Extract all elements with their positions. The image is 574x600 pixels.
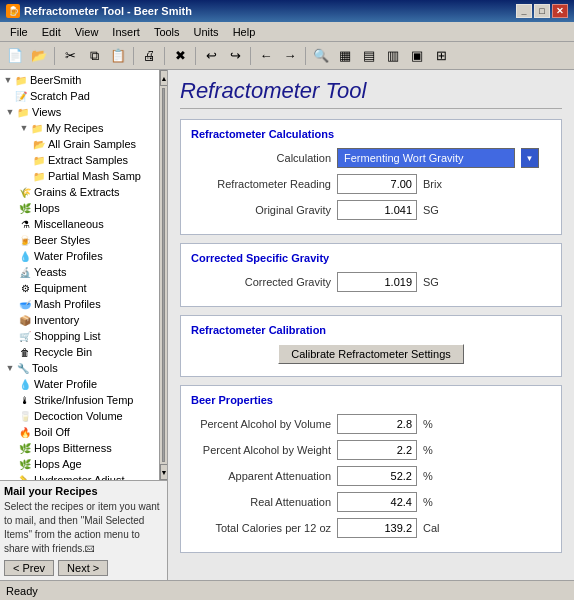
sidebar-scroll-wrapper: ▼ 📁 BeerSmith 📝 Scratch Pad ▼ 📁 Views [0,70,167,480]
toolbar-search[interactable]: 🔍 [310,45,332,67]
sidebar-item-boiloff[interactable]: 🔥 Boil Off [0,424,159,440]
sidebar-label-beersmith: BeerSmith [30,74,81,86]
boiloff-icon: 🔥 [18,425,32,439]
sidebar-item-inventory[interactable]: 📦 Inventory [0,312,159,328]
toolbar-delete[interactable]: ✖ [169,45,191,67]
sidebar-item-hops[interactable]: 🌿 Hops [0,200,159,216]
menu-edit[interactable]: Edit [36,24,67,40]
window-title-area: 🍺 Refractometer Tool - Beer Smith [6,4,192,18]
original-gravity-row: Original Gravity SG [191,200,551,220]
abv-label: Percent Alcohol by Volume [191,418,331,430]
toolbar-report3[interactable]: ▥ [382,45,404,67]
sidebar-item-tools[interactable]: ▼ 🔧 Tools [0,360,159,376]
toolbar-paste[interactable]: 📋 [107,45,129,67]
app-icon: 🍺 [6,4,20,18]
abw-label: Percent Alcohol by Weight [191,444,331,456]
toolbar-cut[interactable]: ✂ [59,45,81,67]
sidebar-label-equipment: Equipment [34,282,87,294]
calculation-select-display[interactable]: Fermenting Wort Gravity [337,148,515,168]
sidebar-label-inventory: Inventory [34,314,79,326]
real-attenuation-input[interactable] [337,492,417,512]
sidebar-item-strike[interactable]: 🌡 Strike/Infusion Temp [0,392,159,408]
recipes-icon: 📁 [30,121,44,135]
calibrate-button[interactable]: Calibrate Refractometer Settings [278,344,464,364]
toolbar-forward[interactable]: → [279,45,301,67]
sidebar-label-mashprofiles: Mash Profiles [34,298,101,310]
sidebar-item-scratchpad[interactable]: 📝 Scratch Pad [0,88,159,104]
sidebar-item-shoppinglist[interactable]: 🛒 Shopping List [0,328,159,344]
menu-file[interactable]: File [4,24,34,40]
original-gravity-label: Original Gravity [191,204,331,216]
hydrometer-icon: 📏 [18,473,32,480]
corrected-gravity-input[interactable] [337,272,417,292]
toolbar-back[interactable]: ← [255,45,277,67]
sidebar-item-hydrometer[interactable]: 📏 Hydrometer Adjust [0,472,159,480]
sidebar-next-button[interactable]: Next > [58,560,108,576]
sidebar-item-beersmith[interactable]: ▼ 📁 BeerSmith [0,72,159,88]
sidebar-prev-button[interactable]: < Prev [4,560,54,576]
sidebar-item-recyclebin[interactable]: 🗑 Recycle Bin [0,344,159,360]
toolbar-copy[interactable]: ⧉ [83,45,105,67]
calculation-select-arrow[interactable]: ▼ [521,148,539,168]
toolbar-redo[interactable]: ↪ [224,45,246,67]
sidebar-scrollbar[interactable]: ▲ ▼ [159,70,167,480]
sidebar-item-waterprofile-tool[interactable]: 💧 Water Profile [0,376,159,392]
properties-section-title: Beer Properties [191,394,551,406]
sidebar-item-waterprofiles[interactable]: 💧 Water Profiles [0,248,159,264]
scroll-up-btn[interactable]: ▲ [160,70,167,86]
scroll-down-btn[interactable]: ▼ [160,464,167,480]
sidebar-item-hopsbitterness[interactable]: 🌿 Hops Bitterness [0,440,159,456]
beer-properties-section: Beer Properties Percent Alcohol by Volum… [180,385,562,553]
sidebar-label-decoction: Decoction Volume [34,410,123,422]
menu-tools[interactable]: Tools [148,24,186,40]
decoction-icon: 🥛 [18,409,32,423]
toolbar-report5[interactable]: ⊞ [430,45,452,67]
expand-beersmith: ▼ [2,74,14,86]
expand-recipes: ▼ [18,122,30,134]
sidebar-item-equipment[interactable]: ⚙ Equipment [0,280,159,296]
sidebar-item-grains[interactable]: 🌾 Grains & Extracts [0,184,159,200]
toolbar: 📄 📂 ✂ ⧉ 📋 🖨 ✖ ↩ ↪ ← → 🔍 ▦ ▤ ▥ ▣ ⊞ [0,42,574,70]
sidebar-label-grains: Grains & Extracts [34,186,120,198]
menu-units[interactable]: Units [188,24,225,40]
sidebar-item-myrecipes[interactable]: ▼ 📁 My Recipes [0,120,159,136]
toolbar-new[interactable]: 📄 [4,45,26,67]
toolbar-undo[interactable]: ↩ [200,45,222,67]
content-area: Refractometer Tool Refractometer Calcula… [168,70,574,580]
toolbar-report1[interactable]: ▦ [334,45,356,67]
partialmash-icon: 📁 [32,169,46,183]
abv-input[interactable] [337,414,417,434]
scroll-thumb[interactable] [162,88,165,462]
sidebar-item-yeasts[interactable]: 🔬 Yeasts [0,264,159,280]
sidebar-label-partialmash: Partial Mash Samp [48,170,141,182]
menu-help[interactable]: Help [227,24,262,40]
sidebar-item-hopsage[interactable]: 🌿 Hops Age [0,456,159,472]
menu-view[interactable]: View [69,24,105,40]
sidebar-item-partialmash[interactable]: 📁 Partial Mash Samp [0,168,159,184]
original-gravity-input[interactable] [337,200,417,220]
toolbar-sep-5 [250,47,251,65]
sidebar-item-views[interactable]: ▼ 📁 Views [0,104,159,120]
sidebar-item-misc[interactable]: ⚗ Miscellaneous [0,216,159,232]
toolbar-open[interactable]: 📂 [28,45,50,67]
sidebar-item-beerstyles[interactable]: 🍺 Beer Styles [0,232,159,248]
beersmith-icon: 📁 [14,73,28,87]
apparent-attenuation-label: Apparent Attenuation [191,470,331,482]
window-titlebar: 🍺 Refractometer Tool - Beer Smith _ □ ✕ [0,0,574,22]
close-button[interactable]: ✕ [552,4,568,18]
sidebar-item-extract[interactable]: 📁 Extract Samples [0,152,159,168]
maximize-button[interactable]: □ [534,4,550,18]
apparent-attenuation-input[interactable] [337,466,417,486]
calories-input[interactable] [337,518,417,538]
toolbar-report4[interactable]: ▣ [406,45,428,67]
toolbar-print[interactable]: 🖨 [138,45,160,67]
minimize-button[interactable]: _ [516,4,532,18]
toolbar-report2[interactable]: ▤ [358,45,380,67]
sidebar-item-allgrain[interactable]: 📂 All Grain Samples [0,136,159,152]
sidebar-item-mashprofiles[interactable]: 🥣 Mash Profiles [0,296,159,312]
reading-input[interactable] [337,174,417,194]
menu-insert[interactable]: Insert [106,24,146,40]
corrected-gravity-section: Corrected Specific Gravity Corrected Gra… [180,243,562,307]
sidebar-item-decoction[interactable]: 🥛 Decoction Volume [0,408,159,424]
abw-input[interactable] [337,440,417,460]
